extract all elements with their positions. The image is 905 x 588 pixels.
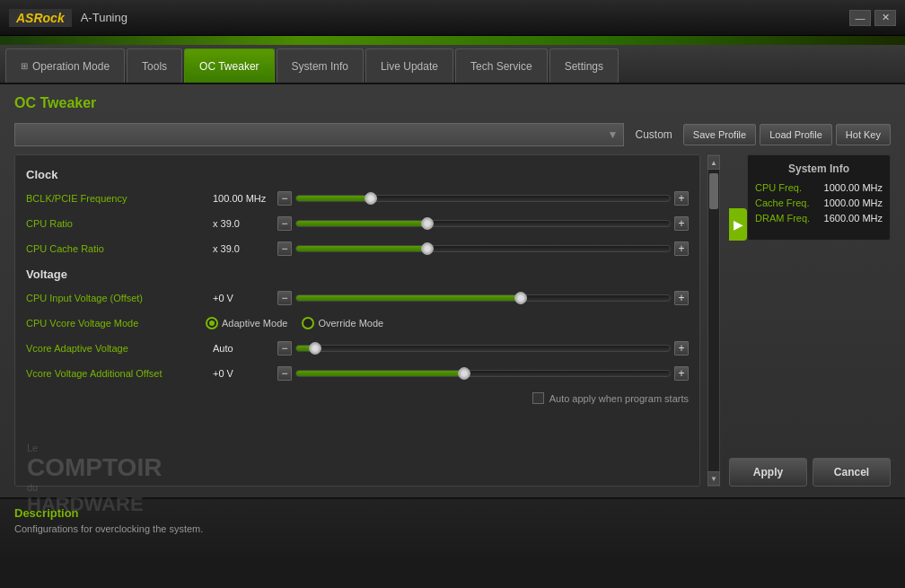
app-logo: ASRock	[9, 9, 72, 27]
scroll-down-arrow[interactable]: ▼	[707, 471, 720, 486]
main-content: OC Tweaker ▼ Custom Save Profile Load Pr…	[0, 84, 905, 497]
vcore-mode-options: Adaptive Mode Override Mode	[206, 317, 383, 329]
scroll-thumb[interactable]	[709, 173, 718, 209]
cpu-cache-ratio-decrease-button[interactable]: −	[277, 241, 292, 256]
override-mode-radio[interactable]: Override Mode	[302, 317, 383, 329]
vcore-additional-value: +0 V	[206, 368, 277, 379]
cpu-input-voltage-decrease-button[interactable]: −	[277, 291, 292, 305]
bclk-slider-thumb[interactable]	[365, 192, 377, 205]
cpu-ratio-controls: − +	[277, 216, 689, 231]
cpu-ratio-value: x 39.0	[206, 218, 277, 229]
cpu-ratio-row: CPU Ratio x 39.0 − +	[26, 214, 689, 233]
clock-section-header: Clock	[26, 168, 689, 181]
vcore-additional-row: Vcore Voltage Additional Offset +0 V − +	[26, 364, 689, 383]
vcore-adaptive-value: Auto	[206, 343, 277, 354]
vcore-additional-slider[interactable]	[295, 370, 671, 377]
vcore-additional-increase-button[interactable]: +	[674, 366, 689, 381]
tab-system-info[interactable]: System Info	[277, 48, 364, 83]
close-button[interactable]: ✕	[874, 10, 896, 26]
vcore-mode-label: CPU Vcore Voltage Mode	[26, 318, 206, 329]
tab-oc-tweaker[interactable]: OC Tweaker	[184, 48, 274, 83]
cpu-freq-key: CPU Freq.	[755, 182, 802, 193]
auto-apply-label: Auto apply when program starts	[549, 393, 689, 404]
vcore-adaptive-decrease-button[interactable]: −	[277, 341, 292, 355]
dram-freq-value: 1600.00 MHz	[824, 213, 883, 224]
cpu-cache-ratio-slider-thumb[interactable]	[421, 242, 434, 255]
cpu-cache-ratio-increase-button[interactable]: +	[674, 241, 689, 256]
bclk-slider[interactable]	[295, 195, 671, 202]
vcore-additional-decrease-button[interactable]: −	[277, 366, 292, 381]
cpu-cache-ratio-row: CPU Cache Ratio x 39.0 − +	[26, 239, 689, 259]
cpu-input-voltage-slider[interactable]	[295, 294, 671, 302]
profile-dropdown[interactable]: ▼	[14, 123, 624, 146]
cpu-ratio-increase-button[interactable]: +	[674, 216, 689, 231]
cpu-input-voltage-value: +0 V	[206, 293, 277, 303]
cpu-input-voltage-increase-button[interactable]: +	[674, 291, 689, 305]
vcore-mode-row: CPU Vcore Voltage Mode Adaptive Mode Ove…	[26, 313, 689, 333]
dram-freq-row: DRAM Freq. 1600.00 MHz	[755, 213, 883, 224]
expand-right-button[interactable]: ▶	[729, 208, 747, 241]
cache-freq-row: Cache Freq. 1000.00 MHz	[755, 197, 883, 208]
cpu-input-voltage-label: CPU Input Voltage (Offset)	[26, 293, 206, 303]
nav-bar: ⊞ Operation Mode Tools OC Tweaker System…	[0, 45, 905, 84]
minimize-button[interactable]: —	[849, 10, 871, 26]
grid-icon: ⊞	[21, 61, 28, 71]
vcore-adaptive-slider[interactable]	[295, 345, 671, 352]
adaptive-mode-radio[interactable]: Adaptive Mode	[206, 317, 287, 329]
cpu-cache-ratio-slider[interactable]	[295, 245, 671, 252]
cpu-freq-row: CPU Freq. 1000.00 MHz	[755, 182, 883, 193]
title-bar: ASRock A-Tuning — ✕	[0, 0, 905, 36]
cpu-input-voltage-slider-thumb[interactable]	[514, 292, 527, 304]
page-title: OC Tweaker	[14, 95, 891, 111]
cpu-cache-ratio-value: x 39.0	[206, 243, 277, 254]
description-text: Configurations for overclocking the syst…	[14, 523, 891, 534]
vcore-additional-slider-thumb[interactable]	[458, 367, 470, 380]
cpu-cache-ratio-label: CPU Cache Ratio	[26, 243, 206, 254]
cpu-ratio-label: CPU Ratio	[26, 218, 206, 229]
cancel-button[interactable]: Cancel	[813, 458, 891, 487]
bclk-row: BCLK/PCIE Frequency 100.00 MHz − +	[26, 189, 689, 208]
cache-freq-key: Cache Freq.	[755, 197, 810, 208]
vcore-adaptive-row: Vcore Adaptive Voltage Auto − +	[26, 338, 689, 358]
settings-panel: Clock BCLK/PCIE Frequency 100.00 MHz − +	[14, 154, 700, 487]
cache-freq-value: 1000.00 MHz	[824, 197, 883, 208]
tab-operation-mode[interactable]: ⊞ Operation Mode	[5, 48, 125, 83]
cpu-cache-ratio-slider-fill	[296, 246, 427, 251]
cpu-input-voltage-slider-fill	[296, 295, 521, 301]
vcore-adaptive-label: Vcore Adaptive Voltage	[26, 343, 206, 354]
cpu-freq-value: 1000.00 MHz	[824, 182, 883, 193]
scroll-up-arrow[interactable]: ▲	[707, 155, 720, 170]
tab-settings[interactable]: Settings	[549, 48, 619, 83]
content-row: Clock BCLK/PCIE Frequency 100.00 MHz − +	[14, 154, 891, 487]
apply-button[interactable]: Apply	[729, 458, 807, 487]
right-panel: ▶ System Info CPU Freq. 1000.00 MHz Cach…	[729, 154, 891, 487]
voltage-section-header: Voltage	[26, 268, 689, 281]
action-row: Apply Cancel	[729, 458, 891, 487]
save-profile-button[interactable]: Save Profile	[683, 124, 756, 145]
tab-tools[interactable]: Tools	[127, 48, 182, 83]
header-decoration	[0, 36, 905, 45]
cpu-ratio-decrease-button[interactable]: −	[277, 216, 292, 231]
cpu-input-voltage-controls: − +	[277, 291, 689, 305]
app-name: A-Tuning	[81, 11, 127, 24]
adaptive-radio-circle	[206, 317, 218, 329]
vertical-scrollbar[interactable]: ▲ ▼	[707, 154, 720, 487]
vcore-adaptive-slider-thumb[interactable]	[309, 342, 321, 355]
cpu-input-voltage-row: CPU Input Voltage (Offset) +0 V − +	[26, 288, 689, 308]
cpu-ratio-slider[interactable]	[295, 220, 671, 227]
bclk-value: 100.00 MHz	[206, 193, 277, 204]
load-profile-button[interactable]: Load Profile	[760, 124, 832, 145]
vcore-adaptive-increase-button[interactable]: +	[674, 341, 689, 355]
bclk-increase-button[interactable]: +	[674, 191, 689, 206]
tab-tech-service[interactable]: Tech Service	[455, 48, 548, 83]
cpu-ratio-slider-thumb[interactable]	[421, 217, 434, 230]
vcore-additional-controls: − +	[277, 366, 689, 381]
bclk-decrease-button[interactable]: −	[277, 191, 292, 206]
vcore-additional-label: Vcore Voltage Additional Offset	[26, 368, 206, 379]
bclk-label: BCLK/PCIE Frequency	[26, 193, 206, 204]
tab-live-update[interactable]: Live Update	[365, 48, 453, 83]
left-panel: Clock BCLK/PCIE Frequency 100.00 MHz − +	[14, 154, 720, 487]
profile-name-label: Custom	[628, 128, 679, 141]
auto-apply-checkbox[interactable]	[532, 392, 544, 404]
hotkey-button[interactable]: Hot Key	[836, 124, 891, 145]
